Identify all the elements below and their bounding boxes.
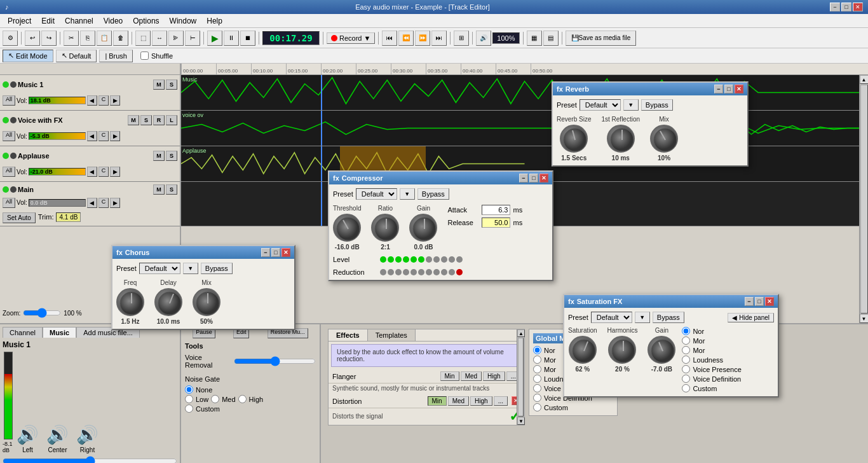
chorus-titlebar[interactable]: fx Chorus − □ ✕ <box>112 246 294 259</box>
trim-btn[interactable]: ⊢ <box>185 31 200 46</box>
effects-tab-effects[interactable]: Effects <box>329 329 368 341</box>
default-mode-btn[interactable]: ↖ Default <box>56 50 97 62</box>
zoom-slider[interactable] <box>23 308 61 318</box>
noise-custom-radio[interactable] <box>185 404 193 413</box>
global-mor1-radio[interactable] <box>533 356 541 364</box>
menu-options[interactable]: Options <box>128 15 164 27</box>
menu-video[interactable]: Video <box>98 15 128 27</box>
track3-center[interactable]: C <box>98 167 109 177</box>
shuffle-checkbox[interactable] <box>140 52 149 60</box>
sat-min-btn[interactable]: − <box>745 297 754 306</box>
prev-btn[interactable]: ⏪ <box>398 31 414 46</box>
track1-vol-right[interactable]: ▶ <box>110 95 120 106</box>
paste-btn[interactable]: 📋 <box>97 31 112 46</box>
reverb-max-btn[interactable]: □ <box>724 85 733 93</box>
global-mor2-radio[interactable] <box>533 365 541 373</box>
effects-scroll-up[interactable]: ▲ <box>517 329 525 337</box>
sat-loudness-radio[interactable] <box>682 356 690 364</box>
sat-close-btn[interactable]: ✕ <box>765 297 774 306</box>
chorus-min-btn[interactable]: − <box>261 248 270 257</box>
close-btn[interactable]: ✕ <box>853 3 863 11</box>
view-btn[interactable]: ⊞ <box>454 31 469 46</box>
effects-scrollbar[interactable]: ▲ ▼ <box>517 329 524 425</box>
skip-start-btn[interactable]: ⏮ <box>382 31 397 46</box>
chorus-bypass-btn[interactable]: Bypass <box>201 263 233 274</box>
record-dropdown-icon[interactable]: ▼ <box>363 34 370 42</box>
pause-btn[interactable]: ⏸ <box>224 31 239 46</box>
track1-center[interactable]: C <box>98 95 109 106</box>
comp-gain-knob[interactable] <box>409 214 437 242</box>
tool-icon[interactable]: ⚙ <box>3 31 18 46</box>
compressor-titlebar[interactable]: fx Compressor − □ ✕ <box>329 172 552 184</box>
edit-mode-btn[interactable]: ↖ Edit Mode <box>3 50 53 62</box>
voice-removal-slider[interactable] <box>234 356 316 366</box>
maximize-btn[interactable]: □ <box>841 3 851 11</box>
reverb-mix-knob[interactable] <box>650 125 678 153</box>
track4-center[interactable]: C <box>98 198 109 208</box>
sat-voice-def-radio[interactable] <box>682 375 690 383</box>
track3-vol-left[interactable]: ◀ <box>87 167 97 177</box>
chorus-freq-knob[interactable] <box>116 288 144 316</box>
chorus-delay-knob[interactable] <box>154 288 182 316</box>
balance-slider[interactable] <box>3 456 177 463</box>
noise-none-radio[interactable] <box>185 385 193 394</box>
comp-release-input[interactable] <box>482 218 510 228</box>
copy-btn[interactable]: ⎘ <box>80 31 95 46</box>
track3-solo[interactable]: S <box>166 151 177 161</box>
view2-btn[interactable]: ▦ <box>527 31 542 46</box>
scroll-up-arrow[interactable]: ▲ <box>860 75 869 84</box>
flanger-high-btn[interactable]: High <box>483 371 505 381</box>
menu-project[interactable]: Project <box>3 15 36 27</box>
skip-end-btn[interactable]: ⏭ <box>431 31 447 46</box>
track4-vol-right[interactable]: ▶ <box>110 198 120 208</box>
effects-scroll-down[interactable]: ▼ <box>517 417 525 425</box>
distortion-min-btn[interactable]: Min <box>428 396 447 406</box>
comp-preset-select[interactable]: Default <box>356 188 397 200</box>
move-btn[interactable]: ↔ <box>152 31 167 46</box>
reverb-preset-select[interactable]: Default <box>580 99 621 111</box>
track4-mute[interactable]: M <box>153 184 165 195</box>
set-auto-btn[interactable]: Set Auto <box>3 212 36 223</box>
track2-lock[interactable]: L <box>166 115 177 125</box>
reverb-reflect-knob[interactable] <box>607 125 635 153</box>
play-btn[interactable]: ▶ <box>207 31 222 46</box>
sat-preset-arrow[interactable]: ▼ <box>635 312 650 323</box>
track2-all[interactable]: All <box>3 131 15 141</box>
scroll-thumb[interactable] <box>860 85 868 314</box>
comp-min-btn[interactable]: − <box>519 174 528 183</box>
track3-vol-right[interactable]: ▶ <box>110 167 120 177</box>
sat-custom-radio[interactable] <box>682 384 690 392</box>
split-btn[interactable]: ⫸ <box>168 31 184 46</box>
track4-vol-left[interactable]: ◀ <box>87 198 97 208</box>
track2-mute[interactable]: M <box>128 115 139 125</box>
menu-edit[interactable]: Edit <box>36 15 60 27</box>
flanger-med-btn[interactable]: Med <box>461 371 482 381</box>
comp-threshold-knob[interactable] <box>333 214 361 242</box>
noise-med-radio[interactable] <box>211 395 219 403</box>
noise-high-radio[interactable] <box>238 395 247 403</box>
track4-all[interactable]: All <box>3 198 15 208</box>
chorus-preset-arrow[interactable]: ▼ <box>183 263 198 274</box>
view3-btn[interactable]: ▤ <box>543 31 559 46</box>
sat-harmonics-knob[interactable] <box>608 336 636 364</box>
distortion-more-btn[interactable]: ... <box>494 396 508 406</box>
tab-channel[interactable]: Channel <box>3 327 43 338</box>
global-loudness-radio[interactable] <box>533 375 541 383</box>
track3-all[interactable]: All <box>3 167 15 177</box>
reverb-preset-arrow[interactable]: ▼ <box>623 99 639 111</box>
comp-attack-input[interactable] <box>482 205 510 215</box>
sat-gain-knob[interactable] <box>648 336 675 364</box>
select-btn[interactable]: ⬚ <box>135 31 151 46</box>
track1-vol-left[interactable]: ◀ <box>87 95 97 106</box>
brush-mode-btn[interactable]: | Brush <box>99 50 133 62</box>
reverb-close-btn[interactable]: ✕ <box>735 85 743 93</box>
waveform-voice[interactable]: voice ov <box>181 111 868 146</box>
reverb-titlebar[interactable]: fx Reverb − □ ✕ <box>553 83 747 95</box>
track2-center[interactable]: C <box>98 131 109 141</box>
record-btn[interactable]: Record ▼ <box>327 32 375 44</box>
distortion-high-btn[interactable]: High <box>470 396 492 406</box>
comp-bypass-btn[interactable]: Bypass <box>417 188 449 200</box>
stop-btn[interactable]: ⏹ <box>240 31 255 46</box>
track2-record[interactable]: R <box>153 115 165 125</box>
sat-saturation-knob[interactable] <box>569 336 597 364</box>
